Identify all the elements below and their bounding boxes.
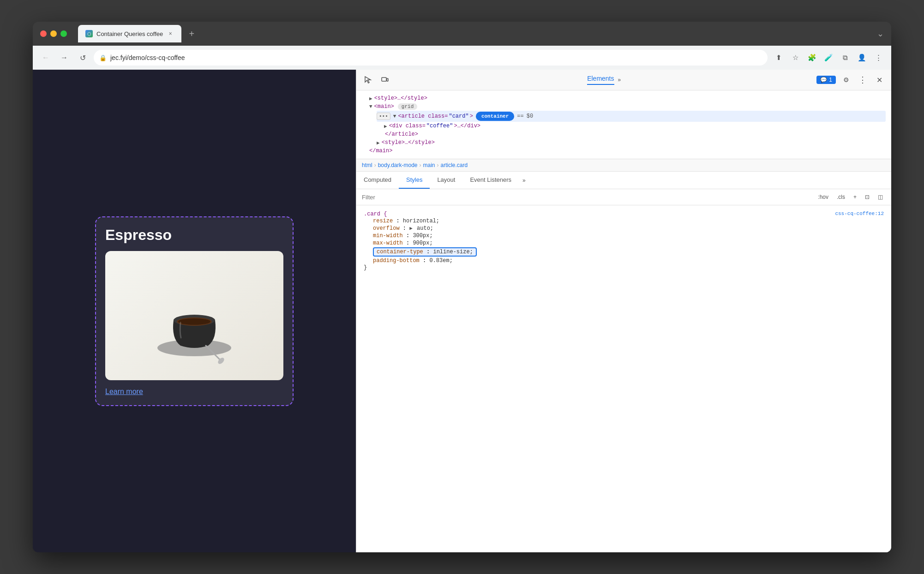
breadcrumb-article[interactable]: article.card — [441, 162, 468, 168]
devtools-tabs: Computed Styles Layout Event Listeners » — [356, 172, 891, 189]
screenshot-button[interactable]: ⊡ — [862, 193, 872, 201]
css-colon: : — [406, 240, 413, 246]
profile-button[interactable]: 👤 — [854, 50, 869, 65]
address-bar[interactable]: 🔒 jec.fyi/demo/css-cq-coffee — [94, 50, 768, 66]
css-prop-value: horizontal; — [403, 218, 439, 224]
css-prop-value: 300px; — [413, 233, 432, 239]
grid-badge: grid — [398, 103, 417, 110]
breadcrumb-html[interactable]: html — [362, 162, 372, 168]
container-badge[interactable]: container — [476, 112, 514, 121]
nav-bar: ← → ↺ 🔒 jec.fyi/demo/css-cq-coffee ⬆ ☆ 🧩… — [33, 46, 891, 70]
extensions-icon: 🧩 — [808, 54, 816, 62]
dom-close-article: </article> — [377, 130, 886, 138]
devtools-toolbar: Elements » 💬 1 ⚙ ⋮ ✕ — [356, 70, 891, 90]
reload-button[interactable]: ↺ — [75, 50, 90, 65]
dom-style-line[interactable]: ▶ <style>…</style> — [369, 94, 886, 102]
css-colon: : — [426, 249, 433, 255]
reload-icon: ↺ — [80, 54, 86, 62]
css-prop-value: auto; — [417, 225, 433, 232]
dom-close-article-tag: </article> — [385, 131, 418, 138]
elements-panel-title[interactable]: Elements — [587, 75, 614, 85]
dom-main-line[interactable]: ▼ <main> grid — [369, 102, 886, 111]
dom-tag: <div class= — [389, 123, 426, 129]
active-tab[interactable]: ⬡ Container Queries coffee × — [78, 25, 181, 42]
tab-close-button[interactable]: × — [167, 30, 174, 37]
tab-styles[interactable]: Styles — [399, 172, 430, 189]
tab-computed[interactable]: Computed — [356, 172, 399, 189]
css-property-padding-bottom: padding-bottom : 0.83em; — [364, 257, 884, 264]
forward-button[interactable]: → — [57, 50, 72, 65]
comments-badge[interactable]: 💬 1 — [816, 76, 836, 84]
filter-input[interactable] — [362, 194, 811, 201]
bookmark-button[interactable]: ☆ — [788, 50, 803, 65]
extensions-button[interactable]: 🧩 — [804, 50, 819, 65]
badge-count: 1 — [829, 77, 832, 83]
cls-button[interactable]: .cls — [834, 193, 848, 201]
add-class-button[interactable]: + — [851, 193, 859, 201]
css-rule-header: css-cq-coffee:12 .card { — [364, 211, 884, 217]
css-prop-name[interactable]: resize — [373, 218, 393, 224]
dom-article-tag: <article class= — [398, 113, 448, 120]
minimize-window-button[interactable] — [50, 30, 57, 37]
breadcrumb-main[interactable]: main — [423, 162, 435, 168]
traffic-lights — [40, 30, 67, 37]
dom-tag-close: > — [470, 113, 473, 120]
new-tab-button[interactable]: + — [185, 27, 198, 40]
css-rule: css-cq-coffee:12 .card { resize : horizo… — [364, 211, 884, 271]
dom-article-line[interactable]: ••• ▼ <article class="card"> container =… — [377, 111, 886, 122]
lab-button[interactable]: 🧪 — [821, 50, 836, 65]
card-image — [105, 251, 283, 380]
close-window-button[interactable] — [40, 30, 47, 37]
breadcrumb-body[interactable]: body.dark-mode — [378, 162, 418, 168]
css-prop-name[interactable]: max-width — [373, 240, 403, 246]
tab-event-listeners[interactable]: Event Listeners — [462, 172, 519, 189]
expand-icon: ▶ — [377, 140, 380, 146]
toggle-button[interactable]: ◫ — [875, 193, 886, 201]
filter-bar: // Set placeholder from data document.qu… — [356, 189, 891, 205]
devtools-close-button[interactable]: ✕ — [873, 73, 886, 86]
dom-tag: >…</div> — [454, 123, 480, 129]
card-learn-more-link[interactable]: Learn more — [105, 388, 143, 395]
css-colon: : — [403, 225, 409, 232]
device-toggle-icon — [381, 76, 389, 84]
expand-icon: ▼ — [369, 104, 372, 109]
title-bar: ⬡ Container Queries coffee × + ⌄ — [33, 22, 891, 46]
panel-chevron[interactable]: » — [618, 77, 621, 83]
dom-more-button[interactable]: ••• — [377, 113, 390, 120]
device-toggle-button[interactable] — [378, 73, 391, 86]
css-prop-name[interactable]: container-type — [377, 249, 423, 255]
settings-button[interactable]: ⚙ — [840, 73, 852, 86]
tabs-more[interactable]: » — [519, 173, 529, 188]
css-prop-name[interactable]: overflow — [373, 225, 400, 232]
dom-close-main-tag: </main> — [369, 148, 392, 154]
expand-arrow-icon[interactable]: ▶ — [409, 226, 413, 231]
tab-layout[interactable]: Layout — [430, 172, 462, 189]
breadcrumb-sep-1: › — [374, 162, 376, 168]
css-property-overflow: overflow : ▶ auto; — [364, 225, 884, 232]
filter-actions: :hov .cls + ⊡ ◫ — [815, 193, 886, 201]
tab-menu-button[interactable]: ⌄ — [877, 29, 884, 39]
share-button[interactable]: ⬆ — [771, 50, 786, 65]
dom-tag: <main> — [374, 103, 394, 110]
css-prop-name[interactable]: padding-bottom — [373, 257, 420, 264]
dom-dollar: $0 — [527, 113, 533, 120]
hov-button[interactable]: :hov — [815, 193, 831, 201]
container-type-highlighted: container-type : inline-size; — [373, 247, 477, 257]
dom-tag: <style>…</style> — [382, 139, 435, 146]
dom-attr-value: "card" — [449, 113, 468, 120]
css-property-max-width: max-width : 900px; — [364, 239, 884, 247]
more-options-button[interactable]: ⋮ — [871, 50, 886, 65]
tab-title: Container Queries coffee — [96, 30, 163, 37]
css-property-container-type: container-type : inline-size; — [364, 247, 884, 257]
back-button[interactable]: ← — [38, 50, 53, 65]
css-source[interactable]: css-cq-coffee:12 — [835, 211, 884, 216]
maximize-window-button[interactable] — [60, 30, 67, 37]
webpage-panel: Espresso — [33, 70, 356, 552]
dom-div-line[interactable]: ▶ <div class="coffee">…</div> — [384, 122, 886, 130]
more-button[interactable]: ⋮ — [856, 73, 869, 86]
element-picker-button[interactable] — [362, 73, 375, 86]
css-prop-name[interactable]: min-width — [373, 233, 403, 239]
dom-style-line-2[interactable]: ▶ <style>…</style> — [377, 138, 886, 147]
profile-icon: 👤 — [858, 54, 866, 62]
multiwindow-button[interactable]: ⧉ — [838, 50, 852, 65]
